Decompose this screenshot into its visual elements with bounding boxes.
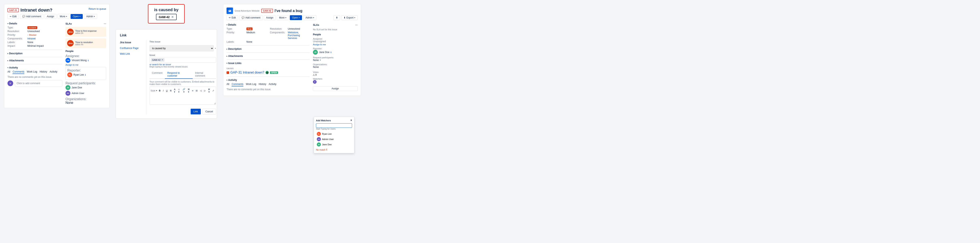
share-icon: ⬆ xyxy=(336,16,338,19)
admin-button-gaw42[interactable]: Admin ▾ xyxy=(303,15,317,20)
gaw42-assign-to-me[interactable]: Assign to me xyxy=(313,43,358,46)
gaw42-priority-value: Medium xyxy=(247,31,268,40)
issue-tag-gaw42[interactable]: GAW-42 xyxy=(261,9,273,13)
add-comment-button[interactable]: 💬 Add comment xyxy=(20,14,43,19)
indent-button[interactable]: ▷ xyxy=(203,89,207,93)
assign-main-button[interactable]: Assign xyxy=(313,86,358,91)
labels-label: Labels: xyxy=(8,41,26,44)
gaw42-desc-toggle[interactable]: ▸ Description xyxy=(226,48,310,50)
attachments-caret-icon: ▸ xyxy=(8,60,8,62)
more-button-gap31[interactable]: More ▾ xyxy=(57,14,69,19)
description-section-toggle[interactable]: ▸ Description xyxy=(8,52,62,55)
share-button-gaw42[interactable]: ⬆ xyxy=(334,15,340,20)
bullets-button[interactable]: ≡ xyxy=(191,89,194,92)
outdent-button[interactable]: ◁ xyxy=(199,89,202,93)
details-grid: Type: Incident Resolution: Unresolved Pr… xyxy=(8,26,62,47)
italic-button[interactable]: I xyxy=(162,89,164,92)
link-format-button[interactable]: 🔗 ▾ xyxy=(182,88,186,94)
open-button-gaw42[interactable]: Open ▾ xyxy=(290,15,302,20)
tab-internal-comment[interactable]: Internal comment xyxy=(192,70,216,78)
gaw42-reporter-row: JD Jane Doe ℹ xyxy=(313,50,358,54)
attachments-section-toggle[interactable]: ▸ Attachments xyxy=(8,59,62,62)
watcher-ryan-lee[interactable]: RL Ryan Lee xyxy=(316,131,352,136)
details-caret-icon: ▾ xyxy=(8,23,8,25)
comment-input[interactable]: Click to add comment xyxy=(15,80,62,86)
app-name: Great Adventure Website xyxy=(235,10,259,12)
more-options-button[interactable]: ⊕ ▾ xyxy=(207,88,211,94)
gaw42-details-toggle[interactable]: ▾ Details xyxy=(226,23,310,26)
export-button-gaw42[interactable]: ⬇ Export ▾ xyxy=(341,15,358,20)
gaw42-attachments-toggle[interactable]: ▸ Attachments xyxy=(226,54,310,58)
gaw42-tab-activity[interactable]: Activity xyxy=(269,83,277,86)
assign-button-gap31[interactable]: Assign xyxy=(45,14,56,19)
link-option-web[interactable]: Web Link xyxy=(120,52,143,56)
add-comment-button-gaw42[interactable]: 💬 Add comment xyxy=(239,15,262,20)
unlink-icon[interactable]: ⊗ xyxy=(266,71,269,74)
gaw42-issuelinks-toggle[interactable]: ▾ Issue Links xyxy=(226,62,310,65)
edit-button[interactable]: Edit xyxy=(8,14,19,19)
watchers-search-input[interactable] xyxy=(316,123,352,128)
bold-button[interactable]: B xyxy=(158,89,161,92)
votes-label: Votes xyxy=(313,71,319,74)
return-to-queue-link[interactable]: Return to queue xyxy=(89,8,106,10)
tab-activity[interactable]: Activity xyxy=(50,70,57,74)
search-hint[interactable]: or search for an issue xyxy=(150,63,216,66)
table-button[interactable]: ⊞ ▾ xyxy=(187,88,191,94)
strikethrough-button[interactable]: S xyxy=(169,89,172,92)
gaw42-tab-comments[interactable]: Comments xyxy=(232,83,243,86)
edit-button-gaw42[interactable]: ✏ Edit xyxy=(226,15,238,20)
admin-dropdown-icon: ▾ xyxy=(94,16,95,18)
app-name-area: Great Adventure Website xyxy=(235,10,259,12)
gaw42-reporter-section: Reporter: JD Jane Doe ℹ xyxy=(313,47,358,54)
emoji-button[interactable]: ☺ ▾ xyxy=(177,88,181,94)
link-submit-button[interactable]: Link xyxy=(191,109,201,114)
comment-textarea[interactable] xyxy=(150,94,216,105)
gaw42-reporter-info-icon: ℹ xyxy=(331,51,331,53)
tab-worklog[interactable]: Work Log xyxy=(27,70,37,74)
tab-comments[interactable]: Comments xyxy=(13,70,24,74)
remove-issue-icon[interactable]: ✕ xyxy=(161,59,163,61)
link-type-select[interactable]: is caused by xyxy=(150,45,214,51)
watchers-close-icon[interactable]: ✕ xyxy=(350,119,352,122)
tab-all[interactable]: All xyxy=(8,70,10,74)
tab-history[interactable]: History xyxy=(40,70,47,74)
tab-comment[interactable]: Comment xyxy=(150,70,165,78)
link-option-confluence[interactable]: Confluence Page xyxy=(120,46,143,50)
gaw42-activity-toggle[interactable]: ▾ Activity xyxy=(226,78,310,82)
more-button-gaw42[interactable]: More ▾ xyxy=(277,15,289,20)
expand-button[interactable]: ⤢ xyxy=(212,89,215,93)
participant-jane-avatar: JD xyxy=(65,85,70,90)
this-issue-label: This issue xyxy=(150,40,216,43)
open-dropdown-icon: ▾ xyxy=(80,16,81,18)
activity-section-toggle[interactable]: ▾ Activity xyxy=(8,66,62,69)
admin-button-gap31[interactable]: Admin ▾ xyxy=(84,14,97,19)
add-participant-button[interactable]: + xyxy=(320,59,321,62)
link-option-jira[interactable]: Jira Issue xyxy=(120,40,143,45)
watcher-jane-doe[interactable]: JD Jane Doe xyxy=(316,142,352,147)
numbered-button[interactable]: ⊟ xyxy=(195,89,198,93)
more-format-button[interactable]: A ▾ xyxy=(173,88,176,94)
no-match-label: No match ℹ xyxy=(316,148,352,151)
issue-select-container[interactable]: GAW-42 ✕ xyxy=(150,57,216,62)
gaw42-tab-worklog[interactable]: Work Log xyxy=(246,83,256,86)
comment-description: Your comment will be visible to customer… xyxy=(150,80,216,85)
cancel-button[interactable]: Cancel xyxy=(202,109,216,114)
issue-tag-gap31[interactable]: GAP-31 xyxy=(8,8,19,12)
gaw42-sla-dots[interactable]: ··· xyxy=(355,23,358,27)
tab-respond-customer[interactable]: Respond to customer xyxy=(165,70,192,79)
watchers-section: Watchers 3 xyxy=(313,78,358,84)
gaw42-tab-all[interactable]: All xyxy=(226,83,229,86)
assign-button-gaw42[interactable]: Assign xyxy=(264,15,275,20)
open-button-gap31[interactable]: Open ▾ xyxy=(71,14,83,19)
details-section-toggle[interactable]: ▾ Details xyxy=(8,22,62,25)
watcher-admin-user[interactable]: AU Admin User xyxy=(316,136,352,142)
underline-button[interactable]: U xyxy=(165,89,168,92)
caused-by-close-icon[interactable]: ✕ xyxy=(171,15,174,19)
assign-to-me-link[interactable]: Assign to me xyxy=(65,64,106,66)
main-col: ▾ Details Type: Incident Resolution: Unr… xyxy=(8,22,62,105)
linked-issue-link[interactable]: GAP-31 Intranet down? xyxy=(231,71,264,74)
gaw42-tab-history[interactable]: History xyxy=(259,83,266,86)
sla-dots-menu[interactable]: ··· xyxy=(103,22,106,26)
components-value[interactable]: Intranet xyxy=(27,37,62,40)
caused-by-title: is caused by xyxy=(154,8,178,12)
